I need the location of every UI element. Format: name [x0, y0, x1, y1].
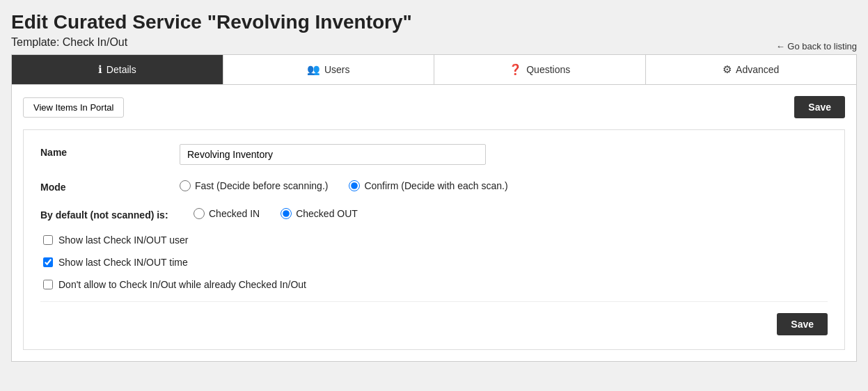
- tab-advanced[interactable]: ⚙ Advanced: [646, 55, 857, 84]
- show-last-time-row: Show last Check IN/OUT time: [40, 257, 828, 268]
- default-checked-in-label: Checked IN: [209, 208, 260, 219]
- default-row: By default (not scanned) is: Checked IN …: [40, 207, 828, 221]
- default-checked-out-label: Checked OUT: [296, 208, 358, 219]
- default-radio-group: Checked IN Checked OUT: [194, 207, 358, 219]
- save-button-top[interactable]: Save: [794, 96, 845, 118]
- info-icon: ℹ: [98, 63, 102, 76]
- show-last-user-label[interactable]: Show last Check IN/OUT user: [58, 234, 188, 246]
- dont-allow-checkbox[interactable]: [43, 280, 53, 289]
- form-section: Name Mode Fast (Decide before scanning.)…: [23, 129, 845, 350]
- mode-confirm-radio[interactable]: [349, 180, 360, 191]
- mode-confirm-label: Confirm (Decide with each scan.): [364, 180, 507, 191]
- tab-details[interactable]: ℹ Details: [12, 55, 223, 84]
- default-checked-in-option[interactable]: Checked IN: [194, 208, 260, 219]
- bottom-save-row: Save: [40, 301, 828, 335]
- save-button-bottom[interactable]: Save: [777, 313, 828, 335]
- tab-users[interactable]: 👥 Users: [223, 55, 435, 84]
- users-icon: 👥: [307, 63, 320, 76]
- show-last-time-label[interactable]: Show last Check IN/OUT time: [58, 257, 188, 268]
- name-label: Name: [40, 144, 180, 158]
- default-checked-in-radio[interactable]: [194, 208, 205, 219]
- content-toolbar: View Items In Portal Save: [23, 96, 845, 118]
- tab-advanced-label: Advanced: [736, 64, 779, 75]
- mode-fast-option[interactable]: Fast (Decide before scanning.): [180, 180, 328, 191]
- question-icon: ❓: [509, 63, 522, 76]
- dont-allow-row: Don't allow to Check In/Out while alread…: [40, 279, 828, 290]
- content-area: View Items In Portal Save Name Mode Fast…: [11, 85, 857, 362]
- name-row: Name: [40, 144, 828, 165]
- default-checked-out-radio[interactable]: [281, 208, 292, 219]
- mode-confirm-option[interactable]: Confirm (Decide with each scan.): [349, 180, 507, 191]
- tab-details-label: Details: [106, 64, 136, 75]
- show-last-time-checkbox[interactable]: [43, 257, 53, 267]
- mode-fast-label: Fast (Decide before scanning.): [195, 180, 328, 191]
- mode-radio-group: Fast (Decide before scanning.) Confirm (…: [180, 179, 508, 191]
- page-title: Edit Curated Service "Revolving Inventor…: [11, 11, 412, 33]
- default-label: By default (not scanned) is:: [40, 207, 194, 221]
- show-last-user-checkbox[interactable]: [43, 235, 53, 245]
- dont-allow-label[interactable]: Don't allow to Check In/Out while alread…: [58, 279, 306, 290]
- show-last-user-row: Show last Check IN/OUT user: [40, 234, 828, 246]
- default-checked-out-option[interactable]: Checked OUT: [281, 208, 358, 219]
- gear-icon: ⚙: [723, 63, 732, 76]
- go-back-link[interactable]: ← Go back to listing: [776, 41, 857, 54]
- mode-label: Mode: [40, 179, 180, 193]
- tab-questions[interactable]: ❓ Questions: [434, 55, 646, 84]
- tab-questions-label: Questions: [526, 64, 570, 75]
- arrow-left-icon: ←: [776, 41, 785, 51]
- mode-row: Mode Fast (Decide before scanning.) Conf…: [40, 179, 828, 193]
- tab-users-label: Users: [324, 64, 350, 75]
- view-items-portal-button[interactable]: View Items In Portal: [23, 97, 124, 118]
- go-back-label: Go back to listing: [787, 41, 857, 51]
- name-input[interactable]: [180, 144, 486, 165]
- mode-fast-radio[interactable]: [180, 180, 191, 191]
- tab-bar: ℹ Details 👥 Users ❓ Questions ⚙ Advanced: [11, 54, 857, 85]
- page-subtitle: Template: Check In/Out: [11, 36, 412, 49]
